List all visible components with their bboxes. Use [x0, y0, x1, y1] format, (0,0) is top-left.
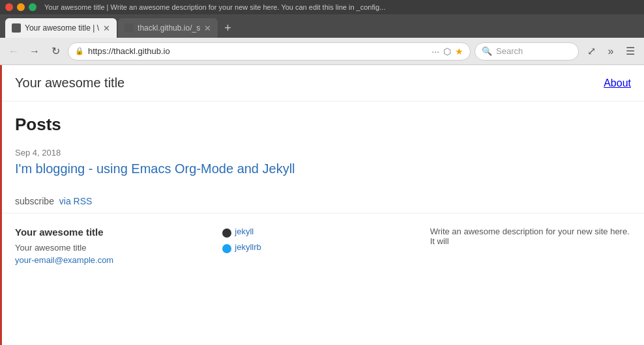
rss-link[interactable]: via RSS — [59, 196, 93, 206]
footer-heading: Your awesome title — [15, 227, 216, 238]
twitter-link[interactable]: jekyllrb — [235, 242, 261, 252]
tab-close-2[interactable]: ✕ — [204, 23, 211, 33]
footer-description: Write an awesome description for your ne… — [430, 227, 631, 246]
url-actions: ··· ⬡ ★ — [432, 46, 463, 57]
footer-col-2: jekyll jekyllrb — [222, 227, 423, 268]
subscribe-line: subscribe via RSS — [15, 196, 631, 206]
tab-favicon-2 — [124, 23, 134, 33]
close-btn[interactable] — [5, 3, 13, 11]
github-icon — [222, 228, 231, 238]
page-content: Your awesome title About Posts Sep 4, 20… — [0, 65, 644, 345]
tab-label-1: Your awesome title | \ — [25, 23, 99, 33]
twitter-icon — [222, 244, 231, 253]
tab-bar: Your awesome title | \ ✕ thackl.github.i… — [0, 14, 644, 38]
expand-button[interactable]: ⤢ — [583, 43, 600, 60]
footer-col-1: Your awesome title Your awesome title yo… — [15, 227, 216, 268]
refresh-button[interactable]: ↻ — [47, 43, 64, 60]
tab-inactive[interactable]: thackl.github.io/_s ✕ — [118, 18, 218, 38]
site-header: Your awesome title About — [2, 65, 644, 102]
subscribe-text: subscribe — [15, 196, 54, 206]
pocket-button[interactable]: ⬡ — [443, 46, 451, 57]
site-title: Your awesome title — [15, 76, 124, 90]
site-nav: About — [604, 77, 631, 89]
about-link[interactable]: About — [604, 77, 631, 89]
new-tab-button[interactable]: + — [219, 18, 237, 38]
search-bar[interactable]: 🔍 Search — [475, 42, 579, 61]
tab-close-1[interactable]: ✕ — [103, 23, 110, 33]
menu-dots-button[interactable]: ··· — [432, 46, 439, 57]
posts-heading: Posts — [15, 115, 631, 135]
url-bar[interactable]: 🔒 https://thackl.github.io ··· ⬡ ★ — [68, 42, 471, 61]
star-button[interactable]: ★ — [455, 46, 463, 57]
toolbar-buttons: ⤢ » ☰ — [583, 43, 639, 60]
search-placeholder: Search — [496, 46, 523, 56]
tab-label-2: thackl.github.io/_s — [138, 23, 200, 33]
footer-link-github: jekyll — [222, 227, 423, 239]
url-text: https://thackl.github.io — [88, 46, 428, 56]
back-button[interactable]: ← — [5, 43, 22, 60]
site-footer: Your awesome title Your awesome title yo… — [2, 213, 644, 281]
lock-icon: 🔒 — [75, 47, 84, 55]
footer-site-name: Your awesome title — [15, 243, 216, 253]
search-icon: 🔍 — [482, 46, 492, 56]
minimize-btn[interactable] — [17, 3, 25, 11]
footer-col-3: Write an awesome description for your ne… — [430, 227, 631, 268]
maximize-btn[interactable] — [29, 3, 37, 11]
tab-active[interactable]: Your awesome title | \ ✕ — [5, 18, 117, 38]
more-button[interactable]: » — [602, 43, 619, 60]
footer-email[interactable]: your-email@example.com — [15, 255, 216, 265]
main-content: Posts Sep 4, 2018 I'm blogging - using E… — [2, 102, 644, 213]
post-date: Sep 4, 2018 — [15, 148, 631, 158]
address-bar: ← → ↻ 🔒 https://thackl.github.io ··· ⬡ ★… — [0, 38, 644, 65]
footer-link-twitter: jekyllrb — [222, 242, 423, 255]
forward-button[interactable]: → — [26, 43, 43, 60]
post-item: Sep 4, 2018 I'm blogging - using Emacs O… — [15, 148, 631, 176]
hamburger-button[interactable]: ☰ — [622, 43, 639, 60]
window-title: Your awesome title | Write an awesome de… — [44, 3, 385, 11]
post-title-link[interactable]: I'm blogging - using Emacs Org-Mode and … — [15, 161, 295, 176]
tab-favicon-1 — [12, 23, 21, 33]
github-link[interactable]: jekyll — [235, 227, 254, 236]
title-bar: Your awesome title | Write an awesome de… — [0, 0, 644, 14]
post-title: I'm blogging - using Emacs Org-Mode and … — [15, 161, 631, 176]
